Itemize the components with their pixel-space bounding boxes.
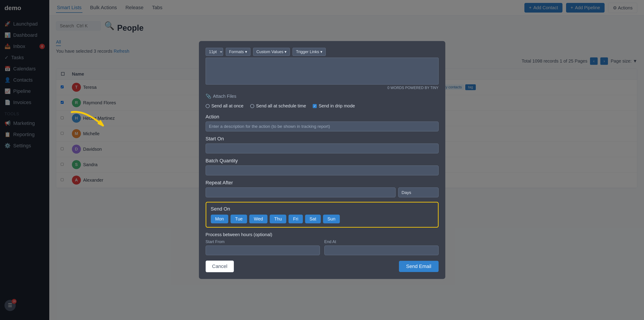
attach-files-button[interactable]: 📎 Attach Files (206, 94, 438, 99)
word-count: 0 WORDS POWERED BY TINY (206, 86, 438, 90)
repeat-after-section: Repeat After Days Hours Minutes (206, 180, 438, 197)
trigger-links-label: Trigger Links ▾ (296, 49, 322, 54)
send-at-schedule-option[interactable]: Send all at schedule time (250, 103, 306, 109)
repeat-after-input[interactable] (206, 187, 396, 197)
batch-quantity-label: Batch Quantity (206, 158, 438, 164)
action-section: Action (206, 114, 438, 131)
cancel-button[interactable]: Cancel (206, 260, 234, 272)
trigger-links-button[interactable]: Trigger Links ▾ (292, 48, 326, 56)
send-options: Send all at once Send all at schedule ti… (206, 103, 438, 109)
email-modal: 11pt 12pt 14pt Formats ▾ Custom Values ▾… (199, 41, 445, 279)
end-at-col: End At 5:00 PM 6:00 PM 10:00 PM (324, 239, 438, 255)
custom-values-label: Custom Values ▾ (256, 49, 287, 54)
day-sun-button[interactable]: Sun (323, 215, 340, 223)
email-editor[interactable] (206, 58, 438, 85)
day-mon-button[interactable]: Mon (211, 215, 228, 223)
send-at-once-label: Send all at once (212, 103, 244, 109)
start-from-select[interactable]: 1:00 AM 2:00 AM 8:00 AM 9:00 AM (206, 245, 320, 255)
process-hours-label: Process between hours (optional) (206, 232, 438, 237)
editor-content[interactable] (206, 58, 438, 80)
modal-footer: Cancel Send Email (206, 260, 438, 272)
day-wed-button[interactable]: Wed (249, 215, 268, 223)
batch-quantity-input[interactable] (206, 165, 438, 175)
action-label: Action (206, 114, 438, 120)
end-at-label: End At (324, 239, 438, 244)
send-drip-option[interactable]: ✓ Send in drip mode (313, 103, 355, 109)
process-hours-section: Process between hours (optional) Start F… (206, 232, 438, 255)
arrow-annotation (67, 108, 126, 135)
send-drip-checkbox[interactable]: ✓ (313, 104, 317, 108)
start-on-input[interactable] (206, 144, 438, 153)
day-buttons: Mon Tue Wed Thu Fri Sat Sun (211, 215, 434, 223)
send-on-label: Send On (211, 206, 434, 212)
day-fri-button[interactable]: Fri (288, 215, 302, 223)
process-hours-row: Start From 1:00 AM 2:00 AM 8:00 AM 9:00 … (206, 239, 438, 255)
modal-toolbar: 11pt 12pt 14pt Formats ▾ Custom Values ▾… (206, 48, 438, 56)
start-from-label: Start From (206, 239, 320, 244)
send-on-section: Send On Mon Tue Wed Thu Fri Sat Sun (206, 202, 438, 228)
day-thu-button[interactable]: Thu (270, 215, 286, 223)
paperclip-icon: 📎 (206, 94, 211, 99)
send-at-schedule-label: Send all at schedule time (256, 103, 306, 109)
start-on-label: Start On (206, 136, 438, 142)
end-at-select[interactable]: 5:00 PM 6:00 PM 10:00 PM (324, 245, 438, 255)
day-sat-button[interactable]: Sat (305, 215, 321, 223)
start-on-section: Start On (206, 136, 438, 153)
modal-overlay: 11pt 12pt 14pt Formats ▾ Custom Values ▾… (0, 0, 644, 320)
repeat-after-row: Days Hours Minutes (206, 187, 438, 197)
batch-quantity-section: Batch Quantity (206, 158, 438, 175)
repeat-unit-select[interactable]: Days Hours Minutes (398, 187, 438, 197)
send-at-once-radio[interactable] (206, 104, 210, 108)
font-size-select[interactable]: 11pt 12pt 14pt (206, 48, 223, 56)
repeat-after-label: Repeat After (206, 180, 438, 186)
formats-label: Formats ▾ (229, 49, 247, 54)
action-input[interactable] (206, 122, 438, 131)
send-at-once-option[interactable]: Send all at once (206, 103, 244, 109)
formats-button[interactable]: Formats ▾ (226, 48, 250, 56)
day-tue-button[interactable]: Tue (230, 215, 247, 223)
custom-values-button[interactable]: Custom Values ▾ (253, 48, 290, 56)
send-email-button[interactable]: Send Email (399, 261, 438, 272)
send-at-schedule-radio[interactable] (250, 104, 254, 108)
attach-files-label: Attach Files (213, 94, 236, 99)
send-drip-label: Send in drip mode (318, 103, 355, 109)
start-from-col: Start From 1:00 AM 2:00 AM 8:00 AM 9:00 … (206, 239, 320, 255)
